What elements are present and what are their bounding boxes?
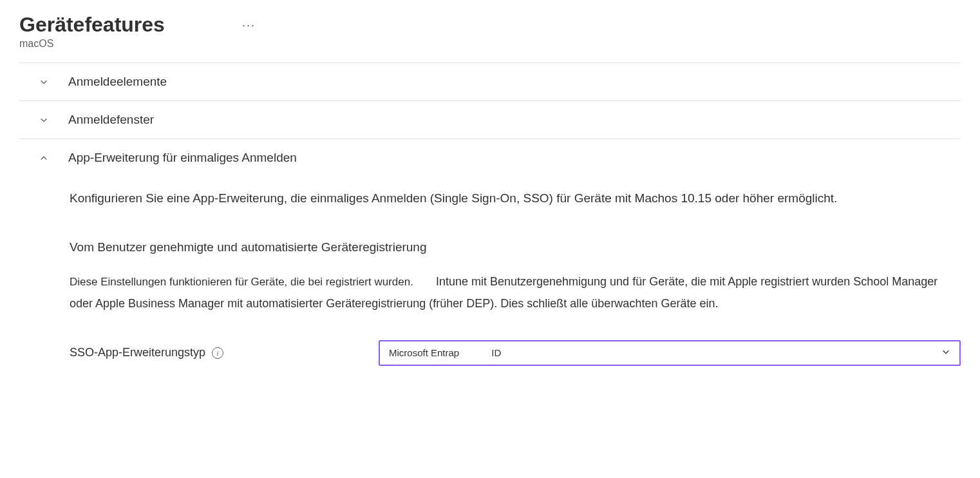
chevron-up-icon: [39, 153, 49, 163]
chevron-down-icon: [941, 347, 950, 359]
more-actions-icon[interactable]: ···: [242, 19, 256, 32]
field-label-text: SSO-App-Erweiterungstyp: [70, 346, 205, 359]
accordion-section: Anmeldeelemente: [19, 62, 961, 100]
dropdown-value-part2: ID: [491, 347, 501, 358]
accordion-section: Anmeldefenster: [19, 100, 961, 139]
chevron-down-icon: [39, 115, 49, 125]
chevron-down-icon: [39, 77, 49, 87]
section-body-part1: Diese Einstellungen funktionieren für Ge…: [70, 276, 413, 288]
section-subtitle: Vom Benutzer genehmigte und automatisier…: [70, 240, 961, 254]
accordion-label: App-Erweiterung für einmaliges Anmelden: [68, 151, 297, 165]
section-body: Diese Einstellungen funktionieren für Ge…: [70, 271, 961, 314]
info-icon[interactable]: i: [212, 347, 223, 359]
section-description: Konfigurieren Sie eine App-Erweiterung, …: [70, 189, 961, 208]
page-subtitle: macOS: [19, 38, 961, 50]
accordion-section: App-Erweiterung für einmaliges Anmelden …: [19, 139, 961, 385]
dropdown-value-part1: Microsoft Entrap: [389, 347, 459, 358]
accordion-content: Konfigurieren Sie eine App-Erweiterung, …: [19, 177, 961, 385]
accordion-header-login-window[interactable]: Anmeldefenster: [19, 101, 961, 139]
accordion-header-login-items[interactable]: Anmeldeelemente: [19, 63, 961, 100]
sso-type-dropdown[interactable]: Microsoft Entrap ID: [379, 340, 961, 366]
dropdown-selected-value: Microsoft Entrap ID: [389, 347, 501, 358]
page-title: Gerätefeatures: [19, 13, 165, 37]
field-label: SSO-App-Erweiterungstyp i: [70, 346, 366, 359]
accordion-label: Anmeldefenster: [68, 113, 154, 127]
accordion-header-sso-extension[interactable]: App-Erweiterung für einmaliges Anmelden: [19, 139, 961, 177]
field-row: SSO-App-Erweiterungstyp i Microsoft Entr…: [70, 340, 961, 366]
accordion-label: Anmeldeelemente: [68, 75, 167, 89]
